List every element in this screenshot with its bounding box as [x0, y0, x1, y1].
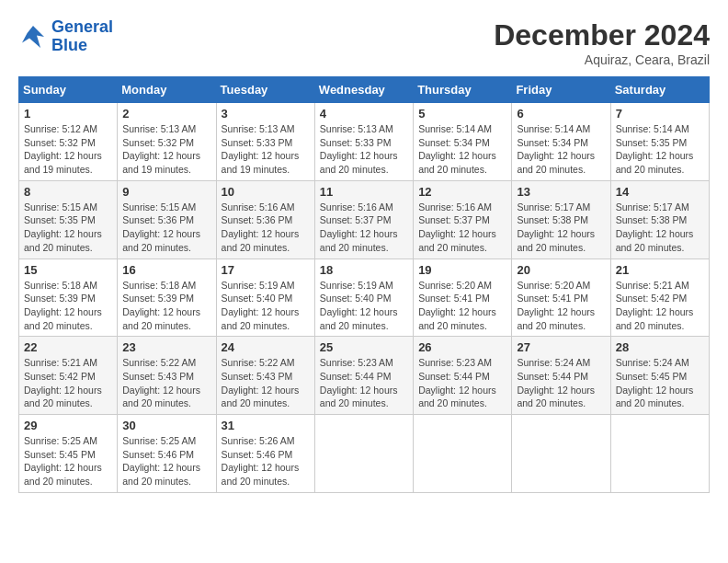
day-info: Sunrise: 5:18 AM Sunset: 5:39 PM Dayligh… [122, 279, 210, 333]
day-info: Sunrise: 5:24 AM Sunset: 5:44 PM Dayligh… [517, 356, 605, 410]
table-row [610, 415, 709, 493]
day-number: 31 [222, 419, 310, 432]
day-number: 23 [122, 340, 210, 354]
table-row: 6 Sunrise: 5:14 AM Sunset: 5:34 PM Dayli… [512, 103, 610, 181]
table-row [414, 415, 512, 493]
table-row: 14 Sunrise: 5:17 AM Sunset: 5:38 PM Dayl… [610, 180, 709, 259]
day-info: Sunrise: 5:14 AM Sunset: 5:34 PM Dayligh… [517, 122, 605, 177]
day-number: 20 [517, 263, 605, 277]
day-info: Sunrise: 5:23 AM Sunset: 5:44 PM Dayligh… [418, 356, 506, 410]
table-row: 17 Sunrise: 5:19 AM Sunset: 5:40 PM Dayl… [216, 259, 314, 337]
day-number: 5 [418, 107, 506, 121]
table-row [512, 415, 610, 493]
day-number: 14 [616, 185, 704, 199]
header-monday: Monday [118, 77, 216, 103]
day-number: 7 [616, 107, 704, 121]
day-number: 4 [320, 107, 408, 121]
table-row: 5 Sunrise: 5:14 AM Sunset: 5:34 PM Dayli… [414, 103, 512, 181]
header-sunday: Sunday [19, 77, 118, 103]
table-row: 2 Sunrise: 5:13 AM Sunset: 5:32 PM Dayli… [118, 103, 216, 181]
day-info: Sunrise: 5:16 AM Sunset: 5:36 PM Dayligh… [222, 201, 310, 255]
day-info: Sunrise: 5:19 AM Sunset: 5:40 PM Dayligh… [320, 279, 408, 333]
table-row: 15 Sunrise: 5:18 AM Sunset: 5:39 PM Dayl… [19, 259, 118, 337]
table-row [314, 415, 413, 493]
page-header: General Blue December 2024 Aquiraz, Cear… [18, 18, 710, 67]
day-info: Sunrise: 5:25 AM Sunset: 5:46 PM Dayligh… [122, 434, 210, 488]
day-number: 12 [418, 185, 506, 199]
table-row: 31 Sunrise: 5:26 AM Sunset: 5:46 PM Dayl… [216, 415, 314, 493]
day-number: 10 [222, 185, 310, 199]
day-number: 8 [24, 185, 112, 199]
day-number: 1 [24, 107, 112, 121]
day-info: Sunrise: 5:21 AM Sunset: 5:42 PM Dayligh… [24, 356, 112, 410]
table-row: 23 Sunrise: 5:22 AM Sunset: 5:43 PM Dayl… [118, 337, 216, 415]
header-saturday: Saturday [610, 77, 709, 103]
table-row: 27 Sunrise: 5:24 AM Sunset: 5:44 PM Dayl… [512, 337, 610, 415]
day-info: Sunrise: 5:13 AM Sunset: 5:33 PM Dayligh… [320, 122, 408, 177]
day-info: Sunrise: 5:21 AM Sunset: 5:42 PM Dayligh… [616, 279, 704, 333]
day-number: 21 [616, 263, 704, 277]
table-row: 20 Sunrise: 5:20 AM Sunset: 5:41 PM Dayl… [512, 259, 610, 337]
calendar-week-3: 15 Sunrise: 5:18 AM Sunset: 5:39 PM Dayl… [19, 259, 710, 337]
day-number: 30 [122, 419, 210, 432]
day-number: 3 [222, 107, 310, 121]
day-number: 11 [320, 185, 408, 199]
calendar-week-5: 29 Sunrise: 5:25 AM Sunset: 5:45 PM Dayl… [19, 415, 710, 493]
day-info: Sunrise: 5:15 AM Sunset: 5:35 PM Dayligh… [24, 201, 112, 255]
svg-marker-0 [22, 26, 44, 48]
table-row: 11 Sunrise: 5:16 AM Sunset: 5:37 PM Dayl… [314, 180, 413, 259]
day-info: Sunrise: 5:20 AM Sunset: 5:41 PM Dayligh… [418, 279, 506, 333]
table-row: 29 Sunrise: 5:25 AM Sunset: 5:45 PM Dayl… [19, 415, 118, 493]
table-row: 13 Sunrise: 5:17 AM Sunset: 5:38 PM Dayl… [512, 180, 610, 259]
table-row: 10 Sunrise: 5:16 AM Sunset: 5:36 PM Dayl… [216, 180, 314, 259]
day-info: Sunrise: 5:13 AM Sunset: 5:32 PM Dayligh… [122, 122, 210, 177]
day-number: 16 [122, 263, 210, 277]
table-row: 22 Sunrise: 5:21 AM Sunset: 5:42 PM Dayl… [19, 337, 118, 415]
table-row: 19 Sunrise: 5:20 AM Sunset: 5:41 PM Dayl… [414, 259, 512, 337]
day-info: Sunrise: 5:22 AM Sunset: 5:43 PM Dayligh… [222, 356, 310, 410]
logo-text: General Blue [51, 18, 113, 55]
calendar-header-row: Sunday Monday Tuesday Wednesday Thursday… [19, 77, 710, 103]
day-info: Sunrise: 5:18 AM Sunset: 5:39 PM Dayligh… [24, 279, 112, 333]
day-number: 6 [517, 107, 605, 121]
header-thursday: Thursday [414, 77, 512, 103]
calendar-week-4: 22 Sunrise: 5:21 AM Sunset: 5:42 PM Dayl… [19, 337, 710, 415]
title-section: December 2024 Aquiraz, Ceara, Brazil [494, 18, 710, 67]
table-row: 8 Sunrise: 5:15 AM Sunset: 5:35 PM Dayli… [19, 180, 118, 259]
day-number: 13 [517, 185, 605, 199]
day-info: Sunrise: 5:20 AM Sunset: 5:41 PM Dayligh… [517, 279, 605, 333]
day-number: 24 [222, 340, 310, 354]
location: Aquiraz, Ceara, Brazil [494, 52, 710, 67]
day-number: 17 [222, 263, 310, 277]
table-row: 7 Sunrise: 5:14 AM Sunset: 5:35 PM Dayli… [610, 103, 709, 181]
day-info: Sunrise: 5:17 AM Sunset: 5:38 PM Dayligh… [616, 201, 704, 255]
day-number: 15 [24, 263, 112, 277]
month-title: December 2024 [494, 18, 710, 52]
day-number: 22 [24, 340, 112, 354]
day-info: Sunrise: 5:23 AM Sunset: 5:44 PM Dayligh… [320, 356, 408, 410]
day-number: 19 [418, 263, 506, 277]
calendar-week-1: 1 Sunrise: 5:12 AM Sunset: 5:32 PM Dayli… [19, 103, 710, 181]
day-number: 26 [418, 340, 506, 354]
day-number: 28 [616, 340, 704, 354]
table-row: 12 Sunrise: 5:16 AM Sunset: 5:37 PM Dayl… [414, 180, 512, 259]
table-row: 28 Sunrise: 5:24 AM Sunset: 5:45 PM Dayl… [610, 337, 709, 415]
day-info: Sunrise: 5:13 AM Sunset: 5:33 PM Dayligh… [222, 122, 310, 177]
day-info: Sunrise: 5:14 AM Sunset: 5:35 PM Dayligh… [616, 122, 704, 177]
day-number: 18 [320, 263, 408, 277]
day-number: 9 [122, 185, 210, 199]
calendar-table: Sunday Monday Tuesday Wednesday Thursday… [18, 76, 710, 493]
table-row: 24 Sunrise: 5:22 AM Sunset: 5:43 PM Dayl… [216, 337, 314, 415]
calendar-week-2: 8 Sunrise: 5:15 AM Sunset: 5:35 PM Dayli… [19, 180, 710, 259]
day-info: Sunrise: 5:19 AM Sunset: 5:40 PM Dayligh… [222, 279, 310, 333]
day-info: Sunrise: 5:15 AM Sunset: 5:36 PM Dayligh… [122, 201, 210, 255]
day-info: Sunrise: 5:22 AM Sunset: 5:43 PM Dayligh… [122, 356, 210, 410]
table-row: 25 Sunrise: 5:23 AM Sunset: 5:44 PM Dayl… [314, 337, 413, 415]
day-info: Sunrise: 5:14 AM Sunset: 5:34 PM Dayligh… [418, 122, 506, 177]
day-number: 25 [320, 340, 408, 354]
day-info: Sunrise: 5:26 AM Sunset: 5:46 PM Dayligh… [222, 434, 310, 488]
day-info: Sunrise: 5:24 AM Sunset: 5:45 PM Dayligh… [616, 356, 704, 410]
logo: General Blue [18, 18, 113, 55]
table-row: 16 Sunrise: 5:18 AM Sunset: 5:39 PM Dayl… [118, 259, 216, 337]
day-info: Sunrise: 5:12 AM Sunset: 5:32 PM Dayligh… [24, 122, 112, 177]
